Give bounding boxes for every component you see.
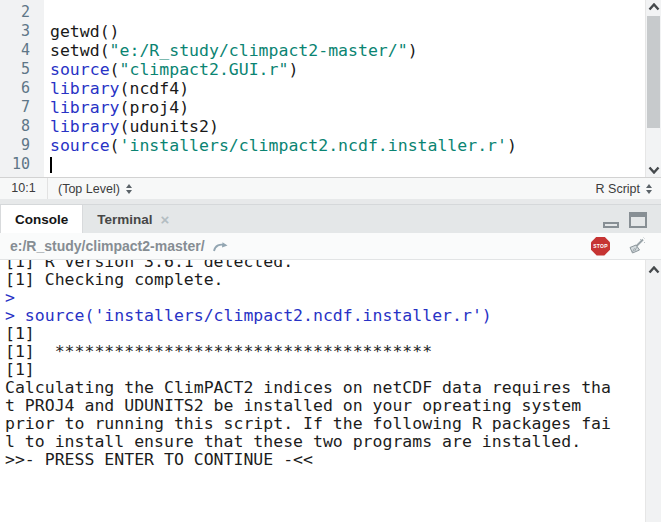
stop-label: STOP [593,243,608,249]
editor-line[interactable]: library(proj4) [50,98,645,117]
chevron-down-icon[interactable] [648,166,660,174]
console-line: [1] ************************************… [5,343,645,361]
goto-directory-arrow-icon[interactable] [212,239,229,253]
code-token: library [50,98,120,117]
code-token: (proj4) [120,98,190,117]
code-token: (ncdf4) [120,79,190,98]
console-line: > [5,289,645,307]
console-scrollbar-track[interactable] [646,277,661,522]
code-token: ) [507,136,517,155]
code-token: (udunits2) [120,117,219,136]
tab-terminal[interactable]: Terminal × [83,205,183,233]
source-editor-pane[interactable]: 2345678910 getwd()setwd("e:/R_study/clim… [0,0,661,177]
console-scrollbar[interactable] [645,260,661,522]
stop-icon[interactable]: STOP [591,237,610,256]
file-type-label: R Script [596,182,640,196]
console-line: >>- PRESS ENTER TO CONTINUE -<< [5,451,645,469]
console-toolbar: e:/R_study/climpact2-master/ STOP [0,233,661,260]
maximize-icon[interactable] [629,212,647,228]
close-icon[interactable]: × [161,212,170,227]
pane-window-buttons [603,205,661,233]
line-number[interactable]: 2 [0,3,44,22]
editor-scrollbar-thumb[interactable] [647,16,660,128]
scope-label: (Top Level) [58,182,120,196]
editor-status-bar: 10:1 (Top Level) R Script [0,177,661,199]
code-token: 'installers/climpact2.ncdf.installer.r' [120,136,507,155]
editor-line[interactable]: getwd() [50,22,645,41]
line-number[interactable]: 7 [0,98,44,117]
broom-icon[interactable] [626,236,647,256]
code-token: getwd() [50,22,120,41]
editor-line[interactable]: library(udunits2) [50,117,645,136]
text-cursor-icon [50,157,52,173]
console-line: t PROJ4 and UDUNITS2 be installed on you… [5,397,645,415]
editor-scrollbar-track[interactable] [646,14,661,163]
minimize-icon[interactable] [603,222,619,228]
chevron-up-icon[interactable] [648,3,660,11]
console-line: [1] Checking complete. [5,271,645,289]
chevron-up-icon[interactable] [648,266,660,274]
code-token: source [50,136,110,155]
console-output-lines: [1] R version 3.6.1 detected.[1] Checkin… [5,260,645,469]
working-directory-path: e:/R_study/climpact2-master/ [10,238,205,254]
editor-code[interactable]: getwd()setwd("e:/R_study/climpact2-maste… [44,0,645,177]
console-tab-bar: Console Terminal × [0,205,661,233]
tab-console[interactable]: Console [0,205,83,233]
line-number[interactable]: 5 [0,60,44,79]
code-token: ) [288,60,298,79]
line-number[interactable]: 10 [0,155,44,174]
editor-line[interactable] [50,155,645,174]
code-token: "e:/R_study/climpact2-master/" [110,41,408,60]
editor-scrollbar[interactable] [645,0,661,177]
code-token: source [50,60,110,79]
code-token: setwd( [50,41,110,60]
editor-line[interactable]: source("climpact2.GUI.r") [50,60,645,79]
console-output-pane[interactable]: [1] R version 3.6.1 detected.[1] Checkin… [0,260,661,522]
code-token: ( [110,60,120,79]
line-number[interactable]: 6 [0,79,44,98]
editor-line[interactable]: source('installers/climpact2.ncdf.instal… [50,136,645,155]
console-line: [1] [5,325,645,343]
scope-selector[interactable]: (Top Level) [58,182,132,196]
updown-arrows-icon [126,184,132,194]
rstudio-window: 2345678910 getwd()setwd("e:/R_study/clim… [0,0,661,522]
editor-line[interactable] [50,3,645,22]
code-token: "climpact2.GUI.r" [120,60,289,79]
console-line: prior to running this script. If the fol… [5,415,645,433]
tab-terminal-label: Terminal [97,212,152,227]
updown-arrows-icon [646,184,652,194]
line-number[interactable]: 8 [0,117,44,136]
tab-console-label: Console [15,212,68,227]
editor-line[interactable]: setwd("e:/R_study/climpact2-master/") [50,41,645,60]
line-number[interactable]: 9 [0,136,44,155]
code-token: library [50,117,120,136]
console-output[interactable]: [1] R version 3.6.1 detected.[1] Checkin… [0,260,645,522]
code-token: ( [110,136,120,155]
code-token: ) [408,41,418,60]
cursor-position: 10:1 [0,178,48,199]
console-line: [1] [5,361,645,379]
console-line: > source('installers/climpact2.ncdf.inst… [5,307,645,325]
editor-gutter[interactable]: 2345678910 [0,0,44,177]
editor-line[interactable]: library(ncdf4) [50,79,645,98]
code-token: library [50,79,120,98]
line-number[interactable]: 4 [0,41,44,60]
console-line: l to install ensure that these two progr… [5,433,645,451]
file-type-selector[interactable]: R Script [596,182,652,196]
line-number[interactable]: 3 [0,22,44,41]
console-line: Calculating the ClimPACT2 indices on net… [5,379,645,397]
